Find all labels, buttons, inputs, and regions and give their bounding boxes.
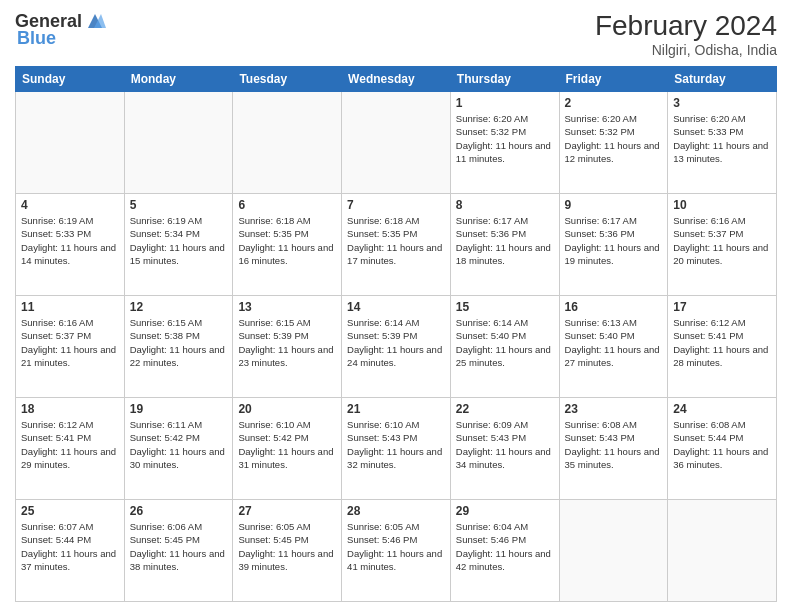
calendar-cell: 12Sunrise: 6:15 AM Sunset: 5:38 PM Dayli… — [124, 296, 233, 398]
day-info: Sunrise: 6:16 AM Sunset: 5:37 PM Dayligh… — [21, 316, 119, 369]
calendar-cell: 11Sunrise: 6:16 AM Sunset: 5:37 PM Dayli… — [16, 296, 125, 398]
calendar-body: 1Sunrise: 6:20 AM Sunset: 5:32 PM Daylig… — [16, 92, 777, 602]
day-info: Sunrise: 6:13 AM Sunset: 5:40 PM Dayligh… — [565, 316, 663, 369]
day-number: 3 — [673, 96, 771, 110]
day-info: Sunrise: 6:17 AM Sunset: 5:36 PM Dayligh… — [565, 214, 663, 267]
day-info: Sunrise: 6:18 AM Sunset: 5:35 PM Dayligh… — [238, 214, 336, 267]
calendar-cell: 16Sunrise: 6:13 AM Sunset: 5:40 PM Dayli… — [559, 296, 668, 398]
day-info: Sunrise: 6:10 AM Sunset: 5:43 PM Dayligh… — [347, 418, 445, 471]
day-of-week-header: Monday — [124, 67, 233, 92]
day-number: 10 — [673, 198, 771, 212]
day-number: 8 — [456, 198, 554, 212]
day-number: 29 — [456, 504, 554, 518]
logo: General Blue — [15, 10, 106, 49]
calendar-cell: 15Sunrise: 6:14 AM Sunset: 5:40 PM Dayli… — [450, 296, 559, 398]
calendar-cell: 6Sunrise: 6:18 AM Sunset: 5:35 PM Daylig… — [233, 194, 342, 296]
calendar-cell: 23Sunrise: 6:08 AM Sunset: 5:43 PM Dayli… — [559, 398, 668, 500]
calendar-cell: 1Sunrise: 6:20 AM Sunset: 5:32 PM Daylig… — [450, 92, 559, 194]
day-number: 21 — [347, 402, 445, 416]
day-number: 25 — [21, 504, 119, 518]
day-info: Sunrise: 6:15 AM Sunset: 5:38 PM Dayligh… — [130, 316, 228, 369]
day-number: 7 — [347, 198, 445, 212]
day-info: Sunrise: 6:12 AM Sunset: 5:41 PM Dayligh… — [673, 316, 771, 369]
calendar-cell: 24Sunrise: 6:08 AM Sunset: 5:44 PM Dayli… — [668, 398, 777, 500]
day-number: 12 — [130, 300, 228, 314]
calendar-cell: 2Sunrise: 6:20 AM Sunset: 5:32 PM Daylig… — [559, 92, 668, 194]
day-number: 23 — [565, 402, 663, 416]
title-section: February 2024 Nilgiri, Odisha, India — [595, 10, 777, 58]
calendar-cell: 21Sunrise: 6:10 AM Sunset: 5:43 PM Dayli… — [342, 398, 451, 500]
logo-icon — [84, 10, 106, 32]
day-number: 22 — [456, 402, 554, 416]
day-info: Sunrise: 6:05 AM Sunset: 5:45 PM Dayligh… — [238, 520, 336, 573]
day-info: Sunrise: 6:14 AM Sunset: 5:40 PM Dayligh… — [456, 316, 554, 369]
day-number: 18 — [21, 402, 119, 416]
calendar-week-row: 25Sunrise: 6:07 AM Sunset: 5:44 PM Dayli… — [16, 500, 777, 602]
calendar-header: SundayMondayTuesdayWednesdayThursdayFrid… — [16, 67, 777, 92]
calendar-cell: 9Sunrise: 6:17 AM Sunset: 5:36 PM Daylig… — [559, 194, 668, 296]
calendar-cell: 29Sunrise: 6:04 AM Sunset: 5:46 PM Dayli… — [450, 500, 559, 602]
calendar-cell — [342, 92, 451, 194]
header: General Blue February 2024 Nilgiri, Odis… — [15, 10, 777, 58]
calendar-week-row: 1Sunrise: 6:20 AM Sunset: 5:32 PM Daylig… — [16, 92, 777, 194]
calendar-week-row: 11Sunrise: 6:16 AM Sunset: 5:37 PM Dayli… — [16, 296, 777, 398]
calendar-cell — [668, 500, 777, 602]
calendar-cell: 10Sunrise: 6:16 AM Sunset: 5:37 PM Dayli… — [668, 194, 777, 296]
day-info: Sunrise: 6:15 AM Sunset: 5:39 PM Dayligh… — [238, 316, 336, 369]
calendar-cell: 27Sunrise: 6:05 AM Sunset: 5:45 PM Dayli… — [233, 500, 342, 602]
day-of-week-header: Tuesday — [233, 67, 342, 92]
day-info: Sunrise: 6:05 AM Sunset: 5:46 PM Dayligh… — [347, 520, 445, 573]
calendar-cell — [559, 500, 668, 602]
calendar-cell — [16, 92, 125, 194]
day-info: Sunrise: 6:16 AM Sunset: 5:37 PM Dayligh… — [673, 214, 771, 267]
day-number: 28 — [347, 504, 445, 518]
calendar-week-row: 18Sunrise: 6:12 AM Sunset: 5:41 PM Dayli… — [16, 398, 777, 500]
day-number: 14 — [347, 300, 445, 314]
calendar-cell: 19Sunrise: 6:11 AM Sunset: 5:42 PM Dayli… — [124, 398, 233, 500]
day-number: 13 — [238, 300, 336, 314]
day-info: Sunrise: 6:07 AM Sunset: 5:44 PM Dayligh… — [21, 520, 119, 573]
calendar-cell: 5Sunrise: 6:19 AM Sunset: 5:34 PM Daylig… — [124, 194, 233, 296]
location: Nilgiri, Odisha, India — [595, 42, 777, 58]
day-of-week-header: Sunday — [16, 67, 125, 92]
calendar-cell: 26Sunrise: 6:06 AM Sunset: 5:45 PM Dayli… — [124, 500, 233, 602]
day-number: 16 — [565, 300, 663, 314]
calendar-cell: 4Sunrise: 6:19 AM Sunset: 5:33 PM Daylig… — [16, 194, 125, 296]
day-number: 2 — [565, 96, 663, 110]
day-number: 6 — [238, 198, 336, 212]
calendar-cell: 28Sunrise: 6:05 AM Sunset: 5:46 PM Dayli… — [342, 500, 451, 602]
day-info: Sunrise: 6:14 AM Sunset: 5:39 PM Dayligh… — [347, 316, 445, 369]
day-info: Sunrise: 6:08 AM Sunset: 5:44 PM Dayligh… — [673, 418, 771, 471]
day-info: Sunrise: 6:19 AM Sunset: 5:33 PM Dayligh… — [21, 214, 119, 267]
calendar-cell: 25Sunrise: 6:07 AM Sunset: 5:44 PM Dayli… — [16, 500, 125, 602]
calendar-cell: 17Sunrise: 6:12 AM Sunset: 5:41 PM Dayli… — [668, 296, 777, 398]
calendar-cell: 20Sunrise: 6:10 AM Sunset: 5:42 PM Dayli… — [233, 398, 342, 500]
calendar-cell — [233, 92, 342, 194]
days-of-week-row: SundayMondayTuesdayWednesdayThursdayFrid… — [16, 67, 777, 92]
day-number: 19 — [130, 402, 228, 416]
day-info: Sunrise: 6:17 AM Sunset: 5:36 PM Dayligh… — [456, 214, 554, 267]
day-info: Sunrise: 6:10 AM Sunset: 5:42 PM Dayligh… — [238, 418, 336, 471]
day-of-week-header: Thursday — [450, 67, 559, 92]
day-number: 27 — [238, 504, 336, 518]
day-info: Sunrise: 6:20 AM Sunset: 5:33 PM Dayligh… — [673, 112, 771, 165]
day-number: 24 — [673, 402, 771, 416]
day-of-week-header: Wednesday — [342, 67, 451, 92]
calendar-week-row: 4Sunrise: 6:19 AM Sunset: 5:33 PM Daylig… — [16, 194, 777, 296]
day-info: Sunrise: 6:08 AM Sunset: 5:43 PM Dayligh… — [565, 418, 663, 471]
calendar-cell — [124, 92, 233, 194]
calendar-cell: 13Sunrise: 6:15 AM Sunset: 5:39 PM Dayli… — [233, 296, 342, 398]
day-number: 11 — [21, 300, 119, 314]
day-number: 4 — [21, 198, 119, 212]
page: General Blue February 2024 Nilgiri, Odis… — [0, 0, 792, 612]
day-info: Sunrise: 6:04 AM Sunset: 5:46 PM Dayligh… — [456, 520, 554, 573]
calendar-cell: 14Sunrise: 6:14 AM Sunset: 5:39 PM Dayli… — [342, 296, 451, 398]
day-info: Sunrise: 6:06 AM Sunset: 5:45 PM Dayligh… — [130, 520, 228, 573]
day-number: 20 — [238, 402, 336, 416]
day-number: 1 — [456, 96, 554, 110]
day-number: 5 — [130, 198, 228, 212]
calendar-cell: 3Sunrise: 6:20 AM Sunset: 5:33 PM Daylig… — [668, 92, 777, 194]
logo-blue: Blue — [17, 28, 56, 49]
day-number: 17 — [673, 300, 771, 314]
calendar-cell: 22Sunrise: 6:09 AM Sunset: 5:43 PM Dayli… — [450, 398, 559, 500]
